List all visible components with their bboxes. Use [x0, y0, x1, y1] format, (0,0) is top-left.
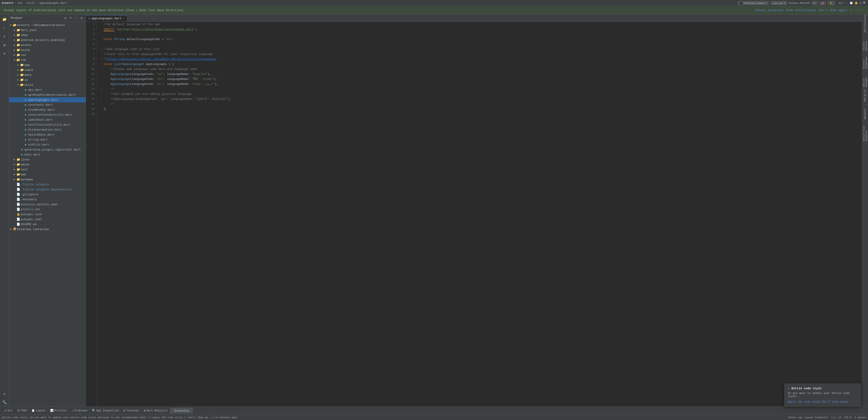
line-num-18: 18 [88, 106, 95, 111]
tree-item-string[interactable]: ◆ string.dart [9, 137, 86, 142]
fold-icon[interactable]: ▽ [100, 48, 103, 51]
stop-button[interactable]: ⏹ [819, 1, 826, 5]
tree-item-constants[interactable]: ◆ constants.dart [9, 102, 86, 107]
item-label: .flutter-plugins [20, 183, 49, 186]
debug-button[interactable]: 🐛 [828, 1, 835, 5]
tree-item-dart-tool[interactable]: ▶ 📁 dart_tool [9, 28, 86, 33]
fold-icon[interactable]: ▽ [100, 103, 103, 105]
tree-item-build[interactable]: ▶ 📁 build [9, 48, 86, 53]
right-panel-emulator[interactable]: Emulator [862, 105, 868, 123]
tree-item-flutter-plugins[interactable]: 📄 .flutter-plugins [9, 182, 86, 187]
tree-item-hiveboxkey[interactable]: ◆ hiveBoxKey.dart [9, 107, 86, 112]
tree-item-app[interactable]: ▶ 📁 app [9, 62, 86, 67]
tree-item-macos[interactable]: ▶ 📁 macos [9, 162, 86, 167]
tree-item-labelkeys[interactable]: ◆ labelKeys.dart [9, 117, 86, 122]
fold-icon[interactable]: ▽ [100, 88, 103, 90]
sidebar-item-favorites[interactable]: ★ [0, 390, 8, 398]
tree-item-main[interactable]: ◆ main.dart [9, 152, 86, 157]
tree-item-readme[interactable]: 📄 README.md [9, 222, 86, 227]
device-selector-button[interactable]: 📱 RMX3265 (mobile) ▾ [738, 1, 769, 5]
tree-item-analysis[interactable]: 📄 analysis_options.yaml [9, 202, 86, 207]
tree-item-gitignore[interactable]: 📄 .gitignore [9, 192, 86, 197]
tree-item-pubspec-yaml[interactable]: 📄 pubspec.yaml [9, 217, 86, 222]
choose-direction-button[interactable]: Choose direction [755, 8, 783, 12]
tree-item-flutter-plugins-deps[interactable]: 📄 .flutter-plugins-dependencies [9, 187, 86, 192]
tree-item-cubit[interactable]: ▶ 📁 cubit [9, 67, 86, 73]
tree-item-external-libraries[interactable]: ▶ 📦 External Libraries [9, 227, 86, 232]
tree-item-metadata[interactable]: 📄 .metadata [9, 197, 86, 202]
app-inspection-button[interactable]: 🔍 App Inspection [90, 409, 121, 413]
file-selector-button[interactable]: main.dart ▾ [771, 1, 787, 5]
event-log-button[interactable]: Event Log [788, 416, 802, 419]
tree-item-linux[interactable]: ▶ 📁 linux [9, 157, 86, 162]
code-line-18: ]; [100, 106, 859, 111]
sort-icon[interactable]: ↕ [74, 16, 79, 20]
tree-item-pubspec-lock[interactable]: 🔒 pubspec.lock [9, 212, 86, 217]
collapse-icon[interactable]: ≡ [68, 16, 73, 20]
tree-item-android[interactable]: ▶ 📁 android [erestro_android] [9, 37, 86, 43]
fold-icon[interactable] [100, 23, 103, 26]
problems-button[interactable]: ⚠ Problems [70, 409, 89, 413]
tab-close-button[interactable]: ✕ [123, 17, 124, 20]
tree-item-apibody[interactable]: ◆ apiBodyParameterLabels.dart [9, 92, 86, 97]
tree-item-applanguages[interactable]: ◆ appLanguages.dart [9, 97, 86, 102]
item-label: External Libraries [17, 228, 49, 231]
tab-applanguages[interactable]: ◆ appLanguages.dart ✕ [86, 15, 127, 22]
right-panel-device-file-explorer[interactable]: Device File Explorer [862, 123, 868, 141]
tree-item-iml[interactable]: 📄 erestro.iml [9, 207, 86, 212]
sidebar-item-structure[interactable]: ≡ [0, 50, 8, 58]
item-label: dart_tool [20, 29, 37, 32]
sidebar-item-build-variants[interactable]: 🔧 [0, 398, 8, 407]
tree-item-sqlitedata[interactable]: ◆ SqliteData.dart [9, 132, 86, 137]
tree-item-test[interactable]: ▶ 📁 test [9, 167, 86, 172]
right-panel-flutter-inspector[interactable]: Flutter Inspector [862, 51, 868, 69]
sidebar-item-resource-manager[interactable]: ⊞ [0, 41, 8, 49]
sidebar-item-pull-requests[interactable]: ⬇ [0, 33, 8, 41]
tree-item-uiutils[interactable]: ◆ uiUtils.dart [9, 142, 86, 147]
tree-item-gpr[interactable]: ◆ generated_plugin_registrant.dart [9, 147, 86, 152]
terminal-button[interactable]: ▶ Terminal [122, 409, 141, 413]
problems-label: Problems [74, 409, 88, 412]
tree-item-windows[interactable]: ▶ 📁 windows [9, 177, 86, 182]
logcat-button[interactable]: 📋 Logcat [30, 409, 47, 413]
right-panel-notifications[interactable]: Notifications [862, 15, 868, 33]
dart-analysis-button[interactable]: ◆ Dart Analysis [142, 409, 169, 413]
tree-root[interactable]: ▼ 📂 erestro ~/Documents/erestro [9, 23, 86, 28]
gear-icon[interactable]: ⚙ [79, 16, 84, 20]
git-button[interactable]: ⎇ Git [2, 409, 14, 413]
tree-item-idea[interactable]: ▶ 📁 idea [9, 33, 86, 37]
tree-item-web[interactable]: ▶ 📁 web [9, 172, 86, 177]
right-panel-flutter-outline[interactable]: Flutter Outline [862, 33, 868, 51]
sidebar-item-commit[interactable]: ↕ [0, 24, 8, 32]
tree-item-internet[interactable]: ◆ internetConnectivity.dart [9, 112, 86, 117]
tree-item-api[interactable]: ◆ api.dart [9, 87, 86, 92]
line-num-7: 7 [88, 52, 95, 57]
settings-panel-icon[interactable]: ⚙ [63, 16, 68, 20]
tree-item-ios[interactable]: ▶ 📁 ios [9, 53, 86, 57]
fold-icon[interactable]: ▽ [100, 58, 103, 60]
sidebar-item-project[interactable]: 📁 [0, 16, 8, 24]
encoding-indicator: UTF-8 [844, 416, 851, 419]
tree-item-lib[interactable]: ▼ 📂 lib [9, 57, 86, 62]
dont-show-again-button[interactable]: Don't show again [819, 8, 847, 12]
hide-notification-button[interactable]: Hide notification [786, 8, 816, 12]
tree-item-utils[interactable]: ▼ 📂 utils [9, 82, 86, 87]
dont-show-again-link[interactable]: Don't show again [822, 400, 848, 403]
dart-icon: ◆ [24, 113, 28, 116]
right-panel-device-manager[interactable]: Device Manager [862, 69, 868, 87]
tree-item-ui[interactable]: ▶ 📁 ui [9, 77, 86, 82]
kotlin-toast-header: ⚠ Kotlin code style [788, 387, 858, 390]
layout-inspector-button[interactable]: Layout Inspector [805, 416, 829, 419]
screenshot-button[interactable]: Screenshot [170, 408, 193, 413]
code-content[interactable]: //by default language of the app import … [97, 22, 862, 407]
apply-code-style-link[interactable]: Apply the code style [788, 400, 820, 403]
right-panel-adb-wifi[interactable]: ADB Wi-Fi [862, 87, 868, 105]
tree-item-data[interactable]: ▶ 📁 data [9, 73, 86, 77]
tree-item-assets[interactable]: ▶ 📁 assets [9, 43, 86, 48]
tree-item-notifutility[interactable]: ◆ notificationUtility.dart [9, 122, 86, 127]
run-button[interactable]: ▶ [812, 1, 817, 5]
profiler-button[interactable]: 📊 Profiler [49, 409, 69, 413]
todo-button[interactable]: ☰ TODO [16, 409, 29, 413]
fold-icon[interactable] [100, 28, 103, 31]
tree-item-slideanimation[interactable]: ◆ Slideanimation.dart [9, 127, 86, 132]
